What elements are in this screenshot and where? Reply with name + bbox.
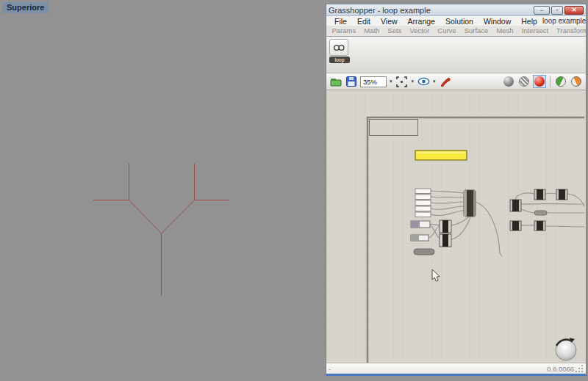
wireframe-preview-button[interactable] bbox=[502, 75, 515, 88]
loop-icon bbox=[332, 43, 345, 53]
no-preview-button[interactable] bbox=[517, 75, 531, 88]
menu-solution[interactable]: Solution bbox=[440, 17, 478, 26]
canvas-toolbar: 35% ▾ ▾ ▾ bbox=[326, 73, 586, 90]
menu-file[interactable]: File bbox=[329, 17, 352, 26]
custom-preview-button[interactable] bbox=[570, 75, 583, 88]
hatched-circle-icon bbox=[519, 76, 529, 87]
preview-dropdown-arrow[interactable]: ▾ bbox=[432, 79, 437, 84]
gray-capsule-param-2[interactable] bbox=[534, 211, 547, 215]
maximize-button[interactable]: ▫ bbox=[551, 6, 563, 15]
tab-surface[interactable]: Surface bbox=[460, 26, 492, 36]
green-half-sphere-icon bbox=[556, 76, 566, 87]
menu-view[interactable]: View bbox=[376, 17, 403, 26]
preview-mode-group bbox=[502, 75, 583, 88]
zoom-extents-icon bbox=[396, 76, 407, 87]
title-bar[interactable]: Grasshopper - loop example – ▫ ✕ bbox=[326, 4, 586, 16]
grasshopper-canvas[interactable] bbox=[326, 90, 586, 363]
close-button[interactable]: ✕ bbox=[564, 6, 584, 15]
status-bar: - 0.8.0066 bbox=[326, 363, 586, 374]
save-floppy-icon bbox=[346, 76, 356, 87]
open-file-button[interactable] bbox=[329, 75, 343, 88]
open-folder-icon bbox=[330, 76, 342, 87]
tab-transform[interactable]: Transform bbox=[553, 26, 588, 36]
zoom-extents-button[interactable] bbox=[395, 75, 409, 88]
menu-arrange[interactable]: Arrange bbox=[403, 17, 440, 26]
window-title: Grasshopper - loop example bbox=[329, 6, 534, 15]
category-tab-bar: Params Math Sets Vector Curve Surface Me… bbox=[326, 26, 586, 37]
menu-window[interactable]: Window bbox=[478, 17, 516, 26]
save-file-button[interactable] bbox=[345, 75, 358, 88]
orange-half-sphere-icon bbox=[571, 76, 581, 87]
component-small-1[interactable] bbox=[440, 220, 451, 233]
component-right-c[interactable] bbox=[556, 189, 567, 200]
tab-math[interactable]: Math bbox=[360, 26, 384, 36]
zoom-dropdown-arrow[interactable]: ▾ bbox=[389, 79, 393, 84]
loop-component[interactable] bbox=[464, 190, 476, 217]
gray-capsule-param[interactable] bbox=[414, 249, 434, 255]
canvas-compass-widget[interactable] bbox=[556, 338, 576, 360]
component-small-2[interactable] bbox=[440, 234, 451, 247]
sketch-tool-button[interactable] bbox=[439, 75, 452, 88]
gray-sphere-icon bbox=[503, 76, 514, 87]
viewport-title[interactable]: Superiore bbox=[2, 2, 49, 13]
value-list-stack[interactable] bbox=[415, 189, 431, 217]
component-ribbon: loop bbox=[326, 37, 586, 73]
loop-component-button[interactable] bbox=[329, 39, 348, 56]
resize-grip[interactable] bbox=[576, 365, 584, 373]
loop-group-label: loop bbox=[329, 57, 350, 63]
wires-right-cluster bbox=[515, 193, 584, 227]
tab-curve[interactable]: Curve bbox=[434, 26, 460, 36]
version-label: 0.8.0066 bbox=[547, 365, 576, 373]
red-pencil-icon bbox=[440, 76, 451, 87]
tab-intersect[interactable]: Intersect bbox=[517, 26, 552, 36]
zoom-level-field[interactable]: 35% bbox=[360, 76, 387, 87]
component-right-a[interactable] bbox=[510, 200, 521, 211]
zoom-extents-dropdown-arrow[interactable]: ▾ bbox=[411, 79, 415, 84]
tab-sets[interactable]: Sets bbox=[384, 26, 406, 36]
canvas-page-boundary bbox=[368, 117, 584, 363]
grasshopper-window: Grasshopper - loop example – ▫ ✕ File Ed… bbox=[326, 4, 587, 376]
number-slider-2[interactable] bbox=[411, 235, 429, 241]
shaded-preview-button[interactable] bbox=[533, 75, 546, 88]
fractal-tree-drawing bbox=[0, 0, 326, 381]
document-name-label: loop example bbox=[542, 17, 588, 25]
number-slider-1[interactable] bbox=[411, 221, 430, 228]
mouse-cursor bbox=[432, 269, 440, 281]
yellow-panel-component[interactable] bbox=[415, 150, 467, 160]
preview-toggle-button[interactable] bbox=[417, 75, 430, 88]
toolbar-separator bbox=[550, 76, 551, 87]
menu-edit[interactable]: Edit bbox=[352, 17, 376, 26]
eye-icon bbox=[417, 77, 430, 86]
component-right-d[interactable] bbox=[510, 221, 521, 231]
tab-mesh[interactable]: Mesh bbox=[492, 26, 517, 36]
document-preview-button[interactable] bbox=[554, 75, 567, 88]
red-sphere-icon bbox=[534, 76, 545, 87]
minimize-button[interactable]: – bbox=[534, 6, 550, 15]
menu-bar: File Edit View Arrange Solution Window H… bbox=[326, 16, 586, 26]
tab-params[interactable]: Params bbox=[328, 26, 360, 36]
component-right-e[interactable] bbox=[534, 221, 545, 231]
tab-vector[interactable]: Vector bbox=[406, 26, 434, 36]
menu-help[interactable]: Help bbox=[516, 17, 542, 26]
component-right-b[interactable] bbox=[534, 189, 545, 200]
status-message: - bbox=[329, 365, 331, 373]
